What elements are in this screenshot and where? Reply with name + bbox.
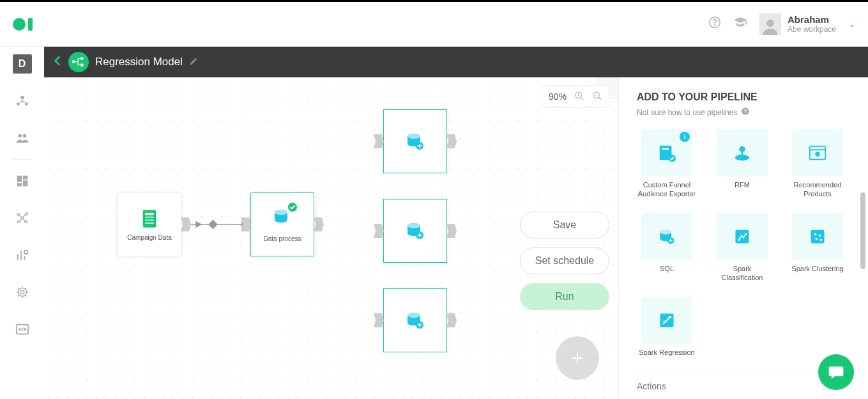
node-data-process[interactable]: Data process — [250, 192, 314, 256]
zoom-level: 90% — [549, 91, 567, 102]
svg-rect-8 — [17, 176, 22, 182]
tile-rfm[interactable]: RFM — [712, 129, 772, 201]
tile-custom-funnel[interactable]: i Custom Funnel Audience Exporter — [637, 129, 697, 201]
svg-marker-25 — [196, 222, 201, 227]
node-output-3[interactable] — [383, 288, 447, 352]
tile-spark-regression[interactable]: Spark Regression — [637, 297, 697, 368]
port-out[interactable] — [314, 217, 324, 231]
port-in[interactable] — [374, 134, 384, 148]
node-label: Data process — [264, 235, 301, 242]
node-output-2[interactable] — [383, 199, 447, 263]
learn-icon[interactable] — [727, 15, 753, 33]
tile-spark-clustering[interactable]: Spark Clustering — [788, 213, 848, 285]
tile-label: Recommended Products — [788, 180, 848, 199]
svg-rect-23 — [80, 64, 83, 66]
save-button[interactable]: Save — [520, 212, 609, 239]
sidenav-analytics-icon[interactable] — [13, 246, 32, 265]
port-in[interactable] — [241, 217, 251, 231]
port-out[interactable] — [446, 224, 457, 238]
svg-point-53 — [735, 155, 750, 160]
svg-point-40 — [407, 223, 420, 228]
sidenav-code-icon[interactable] — [13, 320, 32, 339]
zoom-out-icon[interactable] — [592, 91, 602, 103]
svg-point-55 — [816, 152, 819, 156]
svg-point-19 — [18, 288, 26, 297]
port-out[interactable] — [446, 313, 457, 327]
add-to-pipeline-panel: ADD TO YOUR PIPELINE Not sure how to use… — [619, 77, 868, 399]
svg-rect-28 — [143, 210, 156, 227]
svg-point-52 — [739, 146, 745, 152]
tile-recommended-products[interactable]: Recommended Products — [788, 129, 848, 201]
tile-label: SQL — [660, 264, 674, 281]
svg-point-13 — [25, 213, 27, 215]
svg-rect-30 — [145, 216, 154, 217]
svg-rect-32 — [145, 222, 154, 223]
panel-subtitle: Not sure how to use pipelines — [637, 108, 737, 117]
svg-point-12 — [17, 214, 19, 216]
svg-point-6 — [18, 134, 21, 138]
sidenav-ml-icon[interactable] — [13, 283, 32, 302]
set-schedule-button[interactable]: Set schedule — [520, 247, 609, 274]
port-in[interactable] — [374, 224, 384, 238]
tile-label: RFM — [735, 180, 750, 197]
tile-sql[interactable]: SQL — [637, 213, 697, 285]
sidenav-segments-icon[interactable] — [13, 91, 32, 111]
scrollbar[interactable] — [860, 141, 865, 380]
panel-title: ADD TO YOUR PIPELINE — [637, 91, 850, 103]
svg-point-1 — [714, 25, 715, 26]
svg-rect-9 — [22, 176, 27, 180]
user-workspace: Abe workpace — [788, 25, 836, 34]
zoom-in-icon[interactable] — [574, 91, 584, 103]
add-node-button[interactable] — [556, 336, 599, 380]
tile-label: Spark Clustering — [791, 264, 843, 281]
svg-point-66 — [820, 239, 823, 242]
svg-rect-50 — [662, 148, 669, 150]
run-button[interactable]: Run — [520, 283, 609, 310]
svg-point-43 — [407, 313, 420, 318]
pipeline-icon — [68, 52, 89, 72]
svg-point-63 — [814, 233, 817, 236]
svg-point-5 — [25, 102, 28, 106]
chat-button[interactable] — [818, 354, 854, 390]
edit-icon[interactable] — [189, 57, 198, 68]
svg-point-60 — [738, 239, 740, 241]
chevron-down-icon: ⌄ — [849, 20, 855, 29]
svg-rect-21 — [72, 61, 75, 63]
sidenav-people-icon[interactable] — [13, 129, 32, 148]
port-in[interactable] — [374, 313, 384, 327]
sidenav-active[interactable]: D — [13, 54, 32, 74]
pipeline-canvas[interactable]: » Campaign Data — [44, 77, 619, 399]
zoom-controls: 90% — [542, 85, 609, 108]
avatar — [759, 13, 781, 35]
svg-point-3 — [20, 96, 24, 100]
port-out[interactable] — [181, 217, 191, 231]
side-nav: D — [0, 47, 44, 399]
svg-point-2 — [766, 19, 774, 27]
title-bar: Regression Model — [44, 47, 868, 77]
node-output-1[interactable] — [383, 109, 447, 173]
user-name: Abraham — [788, 14, 836, 25]
port-out[interactable] — [446, 134, 457, 148]
svg-rect-10 — [22, 180, 27, 186]
section-actions[interactable]: Actions — [637, 373, 850, 399]
svg-point-57 — [660, 230, 672, 235]
svg-rect-29 — [145, 212, 154, 214]
svg-point-65 — [816, 238, 818, 240]
svg-point-69 — [666, 320, 667, 322]
user-menu[interactable]: Abraham Abe workpace ⌄ — [759, 13, 855, 35]
svg-point-64 — [819, 235, 821, 237]
svg-point-18 — [20, 290, 24, 294]
node-campaign-data[interactable]: Campaign Data — [118, 192, 181, 256]
tile-spark-classification[interactable]: Spark Classification — [712, 213, 772, 285]
content: Regression Model » — [44, 47, 868, 399]
svg-rect-22 — [80, 58, 83, 60]
back-button[interactable] — [53, 55, 62, 70]
info-icon: i — [680, 132, 690, 142]
tile-label: Spark Regression — [639, 348, 694, 364]
svg-point-70 — [667, 318, 669, 319]
help-icon[interactable]: ? — [741, 107, 750, 118]
sidenav-graph-icon[interactable] — [13, 208, 32, 228]
sidenav-dashboard-icon[interactable] — [13, 171, 32, 191]
help-icon[interactable] — [702, 16, 727, 32]
logo[interactable] — [13, 18, 33, 31]
